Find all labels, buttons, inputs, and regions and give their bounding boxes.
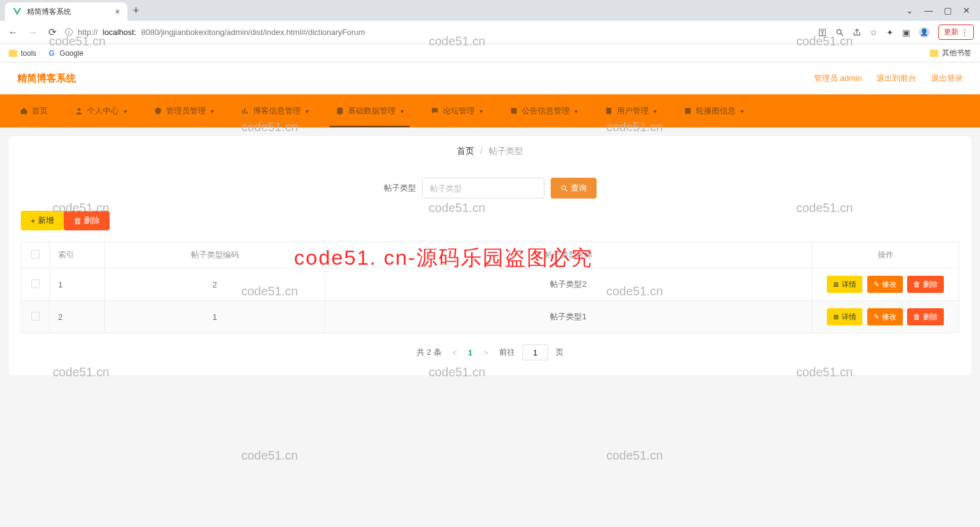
svg-line-1 <box>841 33 843 36</box>
back-button[interactable]: ← <box>6 27 20 38</box>
filter-row: 帖子类型 查询 <box>9 167 971 211</box>
chevron-down-icon: ▾ <box>306 108 309 115</box>
cell-code: 1 <box>105 301 325 333</box>
url-field[interactable]: ⓘ http://localhost:8080/jingjianbokexito… <box>65 27 812 38</box>
col-index: 索引 <box>50 242 105 268</box>
header-links: 管理员 admin 退出到前台 退出登录 <box>814 73 963 84</box>
chevron-down-icon: ▾ <box>741 108 744 115</box>
nav-base-data[interactable]: 基础数据管理 ▾ <box>322 94 417 127</box>
window-dropdown-icon[interactable]: ⌄ <box>906 6 913 15</box>
svg-line-10 <box>565 189 567 191</box>
bookmark-tools[interactable]: tools <box>9 49 36 58</box>
bookmark-other[interactable]: 其他书签 <box>930 48 971 58</box>
row-checkbox[interactable] <box>31 279 40 288</box>
nav-notice-manage[interactable]: 公告信息管理 ▾ <box>496 94 591 127</box>
pager-current[interactable]: 1 <box>468 348 472 357</box>
detail-icon: ≣ <box>833 280 839 289</box>
cell-index: 1 <box>50 268 105 301</box>
notice-icon <box>510 107 518 115</box>
pager-next[interactable]: > <box>480 348 492 357</box>
table-row: 1 2 帖子类型2 ≣详情 ✎修改 🗑删除 <box>21 268 959 301</box>
update-button[interactable]: 更新 ⋮ <box>938 25 974 40</box>
nav-admin-manage[interactable]: 管理员管理 ▾ <box>140 94 227 127</box>
breadcrumb-home[interactable]: 首页 <box>457 146 474 156</box>
browser-address-bar: ← → ⟳ ⓘ http://localhost:8080/jingjianbo… <box>0 21 980 44</box>
window-close-icon[interactable]: ✕ <box>963 6 970 15</box>
svg-rect-7 <box>511 108 516 113</box>
forward-button[interactable]: → <box>26 27 39 38</box>
site-info-icon[interactable]: ⓘ <box>65 27 73 38</box>
window-minimize-icon[interactable]: — <box>924 6 933 15</box>
nav-home[interactable]: 首页 <box>6 94 61 127</box>
select-all-checkbox[interactable] <box>31 250 40 259</box>
profile-avatar-icon[interactable]: 👤 <box>919 27 930 38</box>
pager-prev[interactable]: < <box>449 348 461 357</box>
search-icon <box>560 184 568 192</box>
browser-tab[interactable]: 精简博客系统 × <box>5 2 127 21</box>
extensions-icon[interactable]: ✦ <box>886 28 894 37</box>
breadcrumb-sep: / <box>480 146 483 156</box>
bookmark-google[interactable]: G Google <box>47 49 83 58</box>
url-proto: http:// <box>78 28 98 37</box>
nav-profile[interactable]: 个人中心 ▾ <box>61 94 140 127</box>
chevron-down-icon: ▾ <box>480 108 483 115</box>
pager-total: 共 2 条 <box>417 347 441 358</box>
row-detail-button[interactable]: ≣详情 <box>827 276 862 293</box>
breadcrumb: 首页 / 帖子类型 <box>9 136 971 167</box>
folder-icon <box>9 50 17 57</box>
content-card: 首页 / 帖子类型 帖子类型 查询 + 新增 🗑 删除 <box>9 136 971 375</box>
browser-tab-bar: 精简博客系统 × + ⌄ — ▢ ✕ <box>0 0 980 21</box>
row-edit-button[interactable]: ✎修改 <box>867 276 903 293</box>
header-logout-link[interactable]: 退出登录 <box>931 73 963 84</box>
row-checkbox[interactable] <box>31 312 40 320</box>
delete-button[interactable]: 🗑 删除 <box>64 211 110 230</box>
toolbar-icons: ⚿ ☆ ✦ ▣ 👤 更新 ⋮ <box>818 25 974 40</box>
vue-favicon-icon <box>12 7 22 17</box>
window-maximize-icon[interactable]: ▢ <box>944 6 952 15</box>
row-detail-button[interactable]: ≣详情 <box>827 308 862 325</box>
close-tab-icon[interactable]: × <box>115 7 120 17</box>
forum-icon <box>431 107 439 115</box>
data-table: 索引 帖子类型编码 帖子类型名称 操作 1 2 帖子类型2 ≣详情 ✎修改 🗑删… <box>21 241 959 333</box>
row-edit-button[interactable]: ✎修改 <box>867 308 903 325</box>
cell-index: 2 <box>50 301 105 333</box>
col-name: 帖子类型名称 <box>325 242 812 268</box>
nav-forum-manage[interactable]: 论坛管理 ▾ <box>417 94 496 127</box>
cell-ops: ≣详情 ✎修改 🗑删除 <box>812 301 959 333</box>
action-row: + 新增 🗑 删除 <box>9 211 971 237</box>
search-icon[interactable] <box>835 28 844 37</box>
home-icon <box>20 107 28 115</box>
window-controls: ⌄ — ▢ ✕ <box>896 6 980 15</box>
pager-goto-label: 前往 <box>499 347 515 358</box>
edit-icon: ✎ <box>873 280 880 289</box>
svg-rect-3 <box>242 110 243 114</box>
share-icon[interactable] <box>853 28 861 37</box>
url-path: 8080/jingjianbokexitong/admin/dist/index… <box>141 28 365 37</box>
google-icon: G <box>47 49 56 58</box>
bookmark-star-icon[interactable]: ☆ <box>870 28 878 37</box>
nav-carousel[interactable]: 轮播图信息 ▾ <box>670 94 757 127</box>
header-front-link[interactable]: 退出到前台 <box>876 73 916 84</box>
pager-goto-input[interactable] <box>522 344 548 360</box>
key-icon[interactable]: ⚿ <box>818 28 827 37</box>
url-host: localhost: <box>103 28 137 37</box>
browser-chrome: 精简博客系统 × + ⌄ — ▢ ✕ ← → ⟳ ⓘ http://localh… <box>0 0 980 63</box>
new-tab-button[interactable]: + <box>127 4 145 17</box>
nav-blog-manage[interactable]: 博客信息管理 ▾ <box>227 94 322 127</box>
reload-button[interactable]: ⟳ <box>45 26 59 38</box>
side-panel-icon[interactable]: ▣ <box>902 28 910 37</box>
filter-type-input[interactable] <box>422 178 545 199</box>
app-title: 精简博客系统 <box>17 72 76 85</box>
search-button[interactable]: 查询 <box>551 178 597 199</box>
nav-user-manage[interactable]: 用户管理 ▾ <box>591 94 670 127</box>
pagination: 共 2 条 < 1 > 前往 页 <box>9 333 971 375</box>
row-delete-button[interactable]: 🗑删除 <box>907 276 944 293</box>
image-icon <box>684 107 692 115</box>
add-button[interactable]: + 新增 <box>21 211 64 230</box>
database-icon <box>336 107 344 115</box>
cell-name: 帖子类型1 <box>325 301 812 333</box>
row-delete-button[interactable]: 🗑删除 <box>907 308 944 325</box>
svg-rect-5 <box>246 112 247 114</box>
browser-tab-title: 精简博客系统 <box>27 7 71 17</box>
header-admin-link[interactable]: 管理员 admin <box>814 73 862 84</box>
